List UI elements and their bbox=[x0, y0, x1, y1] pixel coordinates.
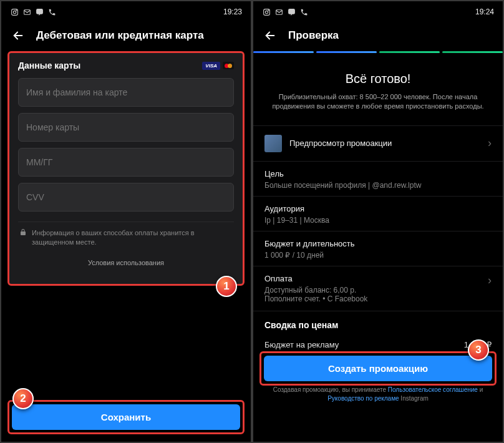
payment-balance: Доступный баланс: 6,00 р. bbox=[264, 286, 367, 295]
svg-point-1 bbox=[13, 11, 16, 13]
progress-seg bbox=[379, 51, 440, 53]
phone-left: 19:23 Дебетовая или кредитная карта Данн… bbox=[1, 1, 251, 442]
status-icons bbox=[10, 7, 56, 16]
budget-section: Бюджет и длительность 1 000 ₽ / 10 дней bbox=[253, 231, 503, 266]
back-button[interactable] bbox=[11, 29, 25, 42]
preview-thumbnail bbox=[264, 135, 282, 152]
chevron-right-icon: › bbox=[488, 137, 492, 150]
ready-block: Всё готово! Приблизительный охват: 8 500… bbox=[253, 54, 503, 125]
panel-title: Данные карты bbox=[18, 61, 80, 71]
save-button[interactable]: Сохранить bbox=[12, 404, 240, 430]
status-time: 19:23 bbox=[223, 7, 242, 16]
ready-subtitle: Приблизительный охват: 8 500–22 000 чело… bbox=[272, 92, 484, 112]
svg-point-5 bbox=[265, 11, 268, 13]
header: Дебетовая или кредитная карта bbox=[1, 22, 251, 51]
disclaimer-suffix: Instagram bbox=[399, 395, 429, 402]
svg-point-2 bbox=[16, 9, 16, 10]
annotation-marker-2: 2 bbox=[12, 388, 34, 409]
status-bar: 19:24 bbox=[253, 1, 503, 22]
progress-seg bbox=[316, 51, 377, 53]
goal-section: Цель Больше посещений профиля | @and.rew… bbox=[253, 161, 503, 196]
disclaimer: Создавая промоакцию, вы принимаете Польз… bbox=[253, 386, 503, 403]
create-promotion-button[interactable]: Создать промоакцию bbox=[264, 356, 492, 381]
summary-row-label: Бюджет на рекламу bbox=[264, 340, 339, 349]
cvv-input[interactable] bbox=[18, 183, 234, 212]
back-button[interactable] bbox=[263, 29, 277, 42]
create-button-highlight: Создать промоакцию bbox=[259, 351, 497, 386]
annotation-marker-1: 1 bbox=[216, 276, 237, 297]
phone-icon bbox=[299, 7, 308, 16]
cardholder-name-input[interactable] bbox=[18, 78, 234, 107]
security-text: Информация о ваших способах оплаты храни… bbox=[32, 228, 233, 247]
mail-icon bbox=[22, 7, 31, 16]
svg-point-6 bbox=[268, 9, 268, 10]
terms-link[interactable]: Условия использования bbox=[88, 258, 164, 268]
mail-icon bbox=[274, 7, 283, 16]
visa-icon: VISA bbox=[202, 62, 220, 70]
goal-label: Цель bbox=[264, 169, 492, 178]
lock-icon bbox=[19, 228, 27, 238]
chevron-right-icon: › bbox=[488, 274, 492, 287]
viber-icon bbox=[35, 7, 44, 16]
viber-icon bbox=[287, 7, 296, 16]
expiry-input[interactable] bbox=[18, 148, 234, 177]
phone-right: 19:24 Проверка Всё готово! Приблизительн… bbox=[253, 1, 503, 442]
status-icons bbox=[262, 7, 308, 16]
payment-label: Оплата bbox=[264, 274, 367, 283]
card-details-panel: Данные карты VISA Информация о ваших спо… bbox=[7, 51, 245, 286]
mastercard-icon bbox=[223, 62, 234, 69]
preview-row[interactable]: Предпросмотр промоакции › bbox=[253, 125, 503, 161]
budget-value: 1 000 ₽ / 10 дней bbox=[264, 251, 492, 260]
budget-label: Бюджет и длительность bbox=[264, 239, 492, 248]
phone-icon bbox=[47, 7, 56, 16]
page-title: Проверка bbox=[288, 29, 339, 42]
preview-label: Предпросмотр промоакции bbox=[289, 139, 392, 148]
goal-value: Больше посещений профиля | @and.rew.lptw bbox=[264, 181, 492, 190]
status-time: 19:24 bbox=[475, 7, 494, 16]
disclaimer-mid: и bbox=[478, 386, 483, 393]
card-number-input[interactable] bbox=[18, 113, 234, 142]
price-summary-header: Сводка по ценам bbox=[253, 311, 503, 335]
disclaimer-prefix: Создавая промоакцию, вы принимаете bbox=[273, 386, 388, 393]
payment-topup: Пополните счет. • С Facebook bbox=[264, 295, 367, 303]
save-button-highlight: Сохранить bbox=[7, 400, 245, 434]
instagram-icon bbox=[262, 7, 271, 16]
status-bar: 19:23 bbox=[1, 1, 251, 22]
audience-label: Аудитория bbox=[264, 204, 492, 213]
progress-seg bbox=[253, 51, 314, 53]
audience-value: Ір | 19–31 | Москва bbox=[264, 216, 492, 225]
progress-seg bbox=[442, 51, 503, 53]
security-note: Информация о ваших способах оплаты храни… bbox=[18, 221, 234, 273]
header: Проверка bbox=[253, 22, 503, 51]
annotation-marker-3: 3 bbox=[468, 339, 489, 361]
page-title: Дебетовая или кредитная карта bbox=[36, 29, 204, 42]
ready-title: Всё готово! bbox=[272, 72, 484, 86]
instagram-icon bbox=[10, 7, 19, 16]
card-brand-logos: VISA bbox=[202, 62, 234, 70]
user-agreement-link[interactable]: Пользовательское соглашение bbox=[388, 386, 478, 393]
ad-guidelines-link[interactable]: Руководство по рекламе bbox=[327, 395, 399, 402]
audience-section: Аудитория Ір | 19–31 | Москва bbox=[253, 196, 503, 231]
payment-row[interactable]: Оплата Доступный баланс: 6,00 р. Пополни… bbox=[253, 266, 503, 311]
